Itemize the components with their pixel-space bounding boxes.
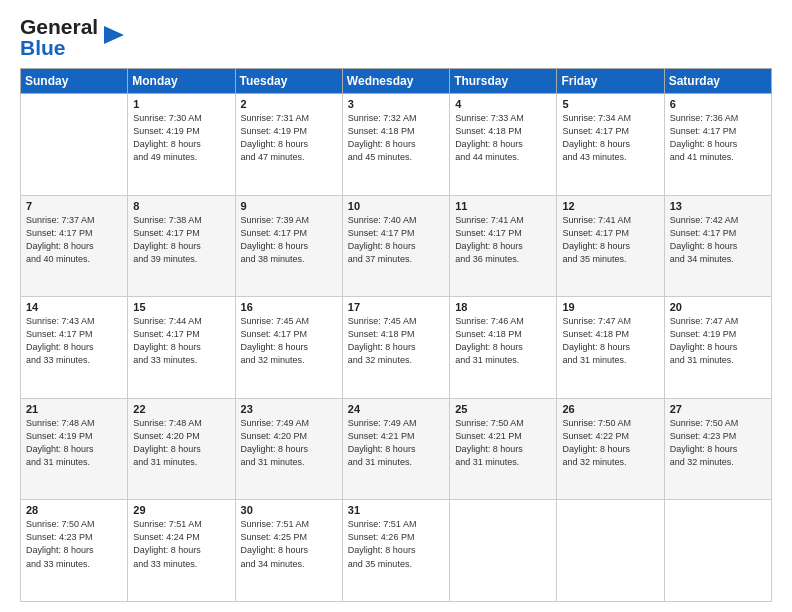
col-tuesday: Tuesday [235,69,342,94]
table-row [21,94,128,196]
col-thursday: Thursday [450,69,557,94]
day-info: Sunrise: 7:38 AMSunset: 4:17 PMDaylight:… [133,214,229,266]
day-number: 14 [26,301,122,313]
table-row: 8Sunrise: 7:38 AMSunset: 4:17 PMDaylight… [128,195,235,297]
day-info: Sunrise: 7:37 AMSunset: 4:17 PMDaylight:… [26,214,122,266]
day-info: Sunrise: 7:43 AMSunset: 4:17 PMDaylight:… [26,315,122,367]
day-number: 4 [455,98,551,110]
calendar-week-row: 7Sunrise: 7:37 AMSunset: 4:17 PMDaylight… [21,195,772,297]
day-number: 13 [670,200,766,212]
table-row [557,500,664,602]
table-row: 5Sunrise: 7:34 AMSunset: 4:17 PMDaylight… [557,94,664,196]
table-row: 21Sunrise: 7:48 AMSunset: 4:19 PMDayligh… [21,398,128,500]
day-number: 8 [133,200,229,212]
day-number: 1 [133,98,229,110]
calendar-week-row: 28Sunrise: 7:50 AMSunset: 4:23 PMDayligh… [21,500,772,602]
day-info: Sunrise: 7:44 AMSunset: 4:17 PMDaylight:… [133,315,229,367]
day-info: Sunrise: 7:50 AMSunset: 4:21 PMDaylight:… [455,417,551,469]
table-row: 25Sunrise: 7:50 AMSunset: 4:21 PMDayligh… [450,398,557,500]
table-row: 18Sunrise: 7:46 AMSunset: 4:18 PMDayligh… [450,297,557,399]
day-info: Sunrise: 7:49 AMSunset: 4:20 PMDaylight:… [241,417,337,469]
table-row [664,500,771,602]
calendar-header-row: Sunday Monday Tuesday Wednesday Thursday… [21,69,772,94]
day-number: 21 [26,403,122,415]
day-info: Sunrise: 7:46 AMSunset: 4:18 PMDaylight:… [455,315,551,367]
day-info: Sunrise: 7:30 AMSunset: 4:19 PMDaylight:… [133,112,229,164]
day-number: 20 [670,301,766,313]
day-number: 22 [133,403,229,415]
col-friday: Friday [557,69,664,94]
table-row: 22Sunrise: 7:48 AMSunset: 4:20 PMDayligh… [128,398,235,500]
day-info: Sunrise: 7:45 AMSunset: 4:18 PMDaylight:… [348,315,444,367]
logo-arrow-icon [100,22,126,48]
table-row: 17Sunrise: 7:45 AMSunset: 4:18 PMDayligh… [342,297,449,399]
header: General Blue [20,16,772,58]
table-row: 28Sunrise: 7:50 AMSunset: 4:23 PMDayligh… [21,500,128,602]
table-row: 11Sunrise: 7:41 AMSunset: 4:17 PMDayligh… [450,195,557,297]
day-number: 15 [133,301,229,313]
day-number: 6 [670,98,766,110]
day-info: Sunrise: 7:47 AMSunset: 4:19 PMDaylight:… [670,315,766,367]
day-number: 23 [241,403,337,415]
day-info: Sunrise: 7:51 AMSunset: 4:25 PMDaylight:… [241,518,337,570]
day-info: Sunrise: 7:50 AMSunset: 4:22 PMDaylight:… [562,417,658,469]
table-row: 26Sunrise: 7:50 AMSunset: 4:22 PMDayligh… [557,398,664,500]
table-row: 13Sunrise: 7:42 AMSunset: 4:17 PMDayligh… [664,195,771,297]
table-row: 7Sunrise: 7:37 AMSunset: 4:17 PMDaylight… [21,195,128,297]
col-monday: Monday [128,69,235,94]
col-wednesday: Wednesday [342,69,449,94]
day-info: Sunrise: 7:45 AMSunset: 4:17 PMDaylight:… [241,315,337,367]
table-row: 9Sunrise: 7:39 AMSunset: 4:17 PMDaylight… [235,195,342,297]
table-row: 29Sunrise: 7:51 AMSunset: 4:24 PMDayligh… [128,500,235,602]
col-saturday: Saturday [664,69,771,94]
page: General Blue Sunday Monday Tuesday Wedne… [0,0,792,612]
day-info: Sunrise: 7:47 AMSunset: 4:18 PMDaylight:… [562,315,658,367]
table-row: 10Sunrise: 7:40 AMSunset: 4:17 PMDayligh… [342,195,449,297]
day-info: Sunrise: 7:33 AMSunset: 4:18 PMDaylight:… [455,112,551,164]
day-info: Sunrise: 7:31 AMSunset: 4:19 PMDaylight:… [241,112,337,164]
table-row: 31Sunrise: 7:51 AMSunset: 4:26 PMDayligh… [342,500,449,602]
day-number: 26 [562,403,658,415]
day-number: 27 [670,403,766,415]
day-info: Sunrise: 7:40 AMSunset: 4:17 PMDaylight:… [348,214,444,266]
table-row: 2Sunrise: 7:31 AMSunset: 4:19 PMDaylight… [235,94,342,196]
day-number: 25 [455,403,551,415]
day-number: 28 [26,504,122,516]
table-row: 20Sunrise: 7:47 AMSunset: 4:19 PMDayligh… [664,297,771,399]
calendar-table: Sunday Monday Tuesday Wednesday Thursday… [20,68,772,602]
calendar-week-row: 21Sunrise: 7:48 AMSunset: 4:19 PMDayligh… [21,398,772,500]
day-number: 16 [241,301,337,313]
day-info: Sunrise: 7:41 AMSunset: 4:17 PMDaylight:… [455,214,551,266]
day-info: Sunrise: 7:32 AMSunset: 4:18 PMDaylight:… [348,112,444,164]
day-number: 31 [348,504,444,516]
day-info: Sunrise: 7:41 AMSunset: 4:17 PMDaylight:… [562,214,658,266]
day-number: 19 [562,301,658,313]
day-info: Sunrise: 7:51 AMSunset: 4:24 PMDaylight:… [133,518,229,570]
table-row: 6Sunrise: 7:36 AMSunset: 4:17 PMDaylight… [664,94,771,196]
table-row [450,500,557,602]
day-number: 7 [26,200,122,212]
table-row: 14Sunrise: 7:43 AMSunset: 4:17 PMDayligh… [21,297,128,399]
table-row: 19Sunrise: 7:47 AMSunset: 4:18 PMDayligh… [557,297,664,399]
day-info: Sunrise: 7:49 AMSunset: 4:21 PMDaylight:… [348,417,444,469]
day-number: 12 [562,200,658,212]
day-number: 29 [133,504,229,516]
day-info: Sunrise: 7:50 AMSunset: 4:23 PMDaylight:… [26,518,122,570]
day-info: Sunrise: 7:48 AMSunset: 4:19 PMDaylight:… [26,417,122,469]
day-number: 11 [455,200,551,212]
day-number: 2 [241,98,337,110]
calendar-week-row: 14Sunrise: 7:43 AMSunset: 4:17 PMDayligh… [21,297,772,399]
day-number: 17 [348,301,444,313]
day-number: 24 [348,403,444,415]
table-row: 30Sunrise: 7:51 AMSunset: 4:25 PMDayligh… [235,500,342,602]
col-sunday: Sunday [21,69,128,94]
table-row: 16Sunrise: 7:45 AMSunset: 4:17 PMDayligh… [235,297,342,399]
table-row: 1Sunrise: 7:30 AMSunset: 4:19 PMDaylight… [128,94,235,196]
calendar-week-row: 1Sunrise: 7:30 AMSunset: 4:19 PMDaylight… [21,94,772,196]
table-row: 24Sunrise: 7:49 AMSunset: 4:21 PMDayligh… [342,398,449,500]
day-info: Sunrise: 7:34 AMSunset: 4:17 PMDaylight:… [562,112,658,164]
day-info: Sunrise: 7:50 AMSunset: 4:23 PMDaylight:… [670,417,766,469]
day-number: 9 [241,200,337,212]
day-number: 18 [455,301,551,313]
svg-marker-0 [104,26,124,44]
